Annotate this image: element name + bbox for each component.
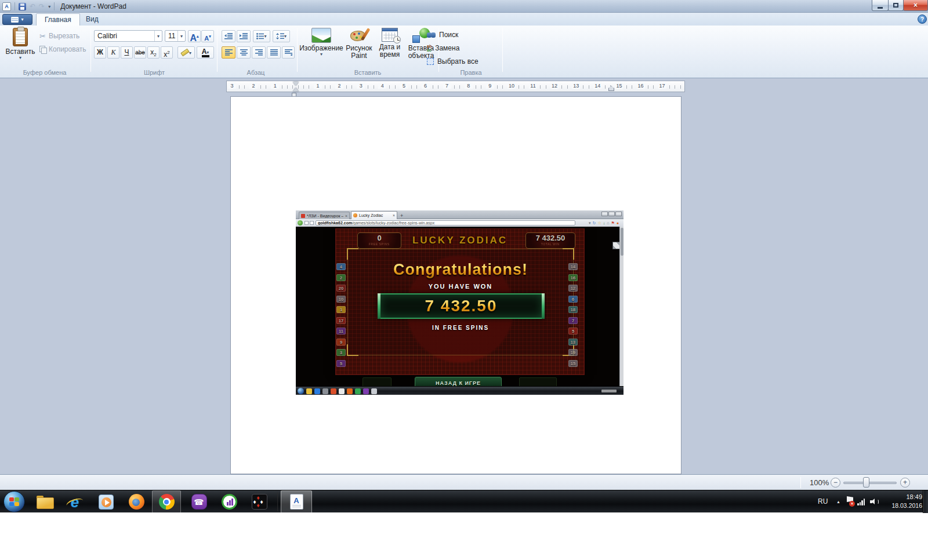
paste-button[interactable]: Вставить ▾	[5, 28, 36, 60]
addon-icon[interactable]: ●	[617, 220, 619, 226]
minimize-button[interactable]	[872, 0, 889, 11]
cut-button[interactable]: ✂ Вырезать	[39, 30, 79, 42]
margin-marker-icon[interactable]	[293, 82, 299, 92]
mini-media-icon[interactable]	[331, 388, 336, 394]
justify-button[interactable]	[267, 46, 281, 59]
align-center-button[interactable]	[237, 46, 251, 59]
mini-ie-icon[interactable]	[314, 388, 320, 394]
find-button[interactable]: Поиск	[427, 31, 458, 39]
mini-explorer-icon[interactable]	[306, 388, 312, 394]
mini-firefox-icon[interactable]	[347, 388, 353, 394]
language-indicator[interactable]: RU	[818, 497, 828, 506]
mini-app-icon-4[interactable]	[371, 388, 377, 394]
redo-icon[interactable]: ↷	[39, 2, 45, 11]
chevron-down-icon[interactable]: ▾	[154, 31, 162, 41]
date-time-button[interactable]: Дата и время	[376, 28, 404, 59]
copy-button[interactable]: Копировать	[39, 43, 86, 55]
tab-close-icon[interactable]: ×	[393, 213, 395, 217]
select-all-button[interactable]: Выбрать все	[427, 57, 478, 66]
bold-button[interactable]: Ж	[94, 46, 106, 59]
flag-icon[interactable]: ⚑	[611, 220, 614, 226]
close-button[interactable]: ×	[903, 0, 928, 11]
zoom-slider-track[interactable]	[843, 482, 897, 484]
align-left-button[interactable]	[222, 46, 235, 59]
insert-image-button[interactable]: Изображение ▾	[300, 28, 342, 57]
star-icon[interactable]: ☆	[597, 220, 601, 226]
taskbar-internet-explorer-button[interactable]: e	[60, 490, 89, 513]
back-button[interactable]: ←	[298, 220, 303, 226]
address-bar[interactable]: goldfishka62.com/games/slots/lucky-zodia…	[316, 220, 575, 226]
browser-close-button[interactable]	[615, 212, 622, 216]
taskbar-wordpad-button[interactable]: A	[281, 490, 312, 513]
start-button[interactable]	[3, 491, 25, 512]
italic-button[interactable]: К	[107, 46, 119, 59]
browser-scrollbar[interactable]	[619, 227, 624, 386]
bookmarks-icon[interactable]: ▾	[589, 220, 591, 226]
ruler-number: 8	[465, 83, 473, 89]
page-icon[interactable]	[304, 221, 309, 225]
undo-icon[interactable]: ↶	[30, 2, 35, 11]
subscript-button[interactable]: x2	[147, 46, 160, 59]
customize-qat-dropdown-icon[interactable]: ▾	[48, 4, 50, 9]
download-icon[interactable]: ↓	[603, 220, 606, 226]
mini-app-icon-1[interactable]	[322, 388, 328, 394]
mini-app-icon-3[interactable]	[363, 388, 369, 394]
show-desktop-button[interactable]	[923, 490, 928, 513]
taskbar-stats-app-button[interactable]	[215, 490, 244, 513]
browser-maximize-button[interactable]	[608, 212, 615, 216]
mini-app-icon-2[interactable]	[355, 388, 361, 394]
browser-minimize-button[interactable]	[601, 212, 608, 216]
help-button[interactable]: ?	[918, 14, 927, 24]
replace-button[interactable]: abac Замена	[427, 44, 459, 52]
highlight-color-button[interactable]: ▾	[177, 46, 195, 59]
zoom-slider-thumb[interactable]	[863, 477, 869, 488]
font-color-button[interactable]: A▾	[197, 46, 214, 59]
action-center-flag-icon[interactable]: ×	[846, 496, 855, 507]
win-amount: 7 432.50	[425, 297, 498, 315]
tray-expand-icon[interactable]: ▲	[836, 500, 840, 504]
zoom-in-button[interactable]: +	[900, 478, 910, 488]
browser-tab-forum[interactable]: *ЛЗИ - Видеоурок — Форум ×	[299, 212, 350, 219]
bookmark-page-icon[interactable]	[310, 221, 314, 225]
refresh-icon[interactable]: ↻	[593, 220, 596, 226]
taskbar-chrome-button[interactable]	[152, 490, 181, 513]
increase-indent-button[interactable]	[237, 30, 251, 42]
zoom-out-button[interactable]: −	[831, 478, 840, 488]
paint-drawing-button[interactable]: Рисунок Paint	[345, 28, 374, 60]
paragraph-dialog-button[interactable]	[282, 46, 295, 59]
network-signal-icon[interactable]	[857, 498, 867, 506]
font-size-combo[interactable]: 11 ▾	[165, 30, 186, 42]
maximize-button[interactable]	[888, 0, 904, 11]
tab-close-icon[interactable]: ×	[345, 214, 347, 218]
browser-tab-lucky-zodiac[interactable]: Lucky Zodiac ×	[351, 211, 397, 219]
decrease-indent-button[interactable]	[222, 30, 235, 42]
taskbar-firefox-button[interactable]	[122, 490, 151, 513]
clock[interactable]: 18:49 18.03.2016	[883, 493, 922, 510]
grow-font-button[interactable]: A▴	[188, 30, 201, 42]
back-to-game-button[interactable]: НАЗАД К ИГРЕ	[415, 377, 502, 386]
app-menu-button[interactable]: ▾	[2, 14, 32, 25]
tab-view[interactable]: Вид	[78, 13, 107, 26]
scrollbar-thumb[interactable]	[621, 228, 624, 256]
line-spacing-button[interactable]: ▾	[273, 30, 290, 42]
taskbar-media-player-button[interactable]	[92, 490, 121, 513]
tab-home[interactable]: Главная	[36, 13, 80, 26]
mini-chrome-icon[interactable]	[339, 388, 345, 394]
chevron-down-icon[interactable]: ▾	[177, 31, 185, 41]
list-button[interactable]: ▾	[253, 30, 270, 42]
forum-favicon	[301, 214, 305, 218]
home-icon[interactable]: ⌂	[607, 220, 609, 226]
font-family-combo[interactable]: Calibri ▾	[94, 30, 162, 42]
taskbar-explorer-button[interactable]	[30, 490, 59, 513]
underline-button[interactable]: Ч	[121, 46, 133, 59]
wordpad-app-icon[interactable]: A	[2, 2, 11, 11]
strikethrough-button[interactable]: abe	[134, 46, 146, 59]
align-right-button[interactable]	[252, 46, 266, 59]
taskbar-casino-app-button[interactable]: ♦♦ ♦♦	[245, 490, 274, 513]
superscript-button[interactable]: x2	[161, 46, 173, 59]
save-icon[interactable]	[19, 3, 26, 10]
taskbar-viber-button[interactable]: ☎	[184, 490, 213, 513]
shrink-font-button[interactable]: A▾	[201, 30, 214, 42]
volume-icon[interactable]	[870, 498, 879, 506]
new-tab-button[interactable]: +	[400, 213, 403, 219]
